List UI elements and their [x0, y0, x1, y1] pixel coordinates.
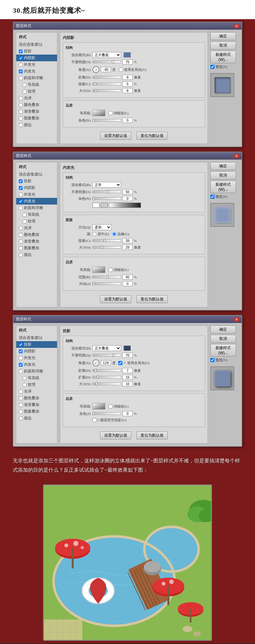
distance-input-3[interactable]	[122, 368, 133, 373]
color-swatch-white-2[interactable]	[92, 203, 99, 208]
style-item-gradientoverlay-2[interactable]: 渐变叠加	[16, 238, 57, 245]
style-item-dropshadow-3[interactable]: 投影	[16, 341, 57, 348]
angle-input-3[interactable]	[101, 360, 111, 365]
style-item-coloroverlay-1[interactable]: 颜色叠加	[16, 101, 57, 108]
style-item-contour-3[interactable]: 等高线	[16, 375, 57, 381]
distance-slider-3[interactable]	[92, 369, 121, 372]
style-item-texture-2[interactable]: 纹理	[16, 218, 57, 225]
style-item-outerglow-3[interactable]: 外发光	[16, 355, 57, 361]
size-slider-2[interactable]	[92, 246, 121, 249]
style-item-bevel-2[interactable]: 斜面和浮雕	[16, 205, 57, 211]
style-item-satin-2[interactable]: 光泽	[16, 225, 57, 231]
style-item-bevel-1[interactable]: 斜面和浮雕	[16, 75, 57, 81]
style-item-gradientoverlay-1[interactable]: 渐变叠加	[16, 108, 57, 115]
style-item-innershadow-3[interactable]: 内阴影	[16, 348, 57, 355]
method-select-2[interactable]: 柔和	[92, 224, 112, 230]
contour-preview-2[interactable]	[92, 266, 105, 273]
opacity-slider-3[interactable]	[92, 354, 121, 356]
opacity-input-2[interactable]	[122, 189, 133, 194]
new-style-btn-1[interactable]: 新建样式(W)...	[210, 51, 236, 63]
style-item-stroke-2[interactable]: 描边	[16, 251, 57, 258]
blend-color-box-1[interactable]	[124, 52, 131, 57]
new-style-btn-3[interactable]: 新建样式(W)...	[210, 344, 236, 356]
set-default-btn-2[interactable]: 设置为默认值	[100, 295, 131, 303]
noise-input-3[interactable]	[122, 411, 133, 416]
color-swatch-gray-2[interactable]	[101, 203, 108, 208]
set-default-btn-1[interactable]: 设置为默认值	[100, 132, 131, 140]
noise-input-1[interactable]	[122, 118, 133, 123]
close-icon[interactable]: ✕	[234, 24, 239, 28]
opacity-slider-1[interactable]	[92, 61, 121, 63]
style-item-default-3[interactable]: 混合选项:默认	[16, 334, 57, 341]
contour-preview-1[interactable]	[92, 110, 105, 116]
style-item-stroke-1[interactable]: 描边	[16, 122, 57, 128]
choke-input-2[interactable]	[122, 238, 133, 243]
style-item-patternoverlay-1[interactable]: 图案叠加	[16, 115, 57, 122]
choke-slider-2[interactable]	[92, 239, 121, 242]
style-item-patternoverlay-3[interactable]: 图案叠加	[16, 408, 57, 415]
style-item-patternoverlay-2[interactable]: 图案叠加	[16, 245, 57, 251]
style-item-dropshadow-1[interactable]: 投影	[16, 48, 57, 55]
angle-dial-3[interactable]: ↙	[92, 359, 99, 366]
style-item-innerglow-1[interactable]: 内发光	[16, 68, 57, 75]
angle-dial-1[interactable]: ↗	[92, 66, 99, 73]
style-item-gradientoverlay-3[interactable]: 渐变叠加	[16, 401, 57, 408]
style-item-texture-3[interactable]: 纹理	[16, 381, 57, 388]
set-default-btn-3[interactable]: 设置为默认值	[100, 431, 131, 439]
new-style-btn-2[interactable]: 新建样式(W)...	[210, 181, 236, 193]
blend-mode-select-1[interactable]: 正片叠底	[92, 52, 121, 58]
size-slider-1[interactable]	[92, 89, 121, 92]
distance-slider-1[interactable]	[92, 76, 121, 79]
opacity-input-1[interactable]	[122, 59, 133, 64]
cancel-btn-2[interactable]: 取消	[210, 171, 236, 179]
close-icon-2[interactable]: ✕	[234, 154, 239, 158]
size-input-1[interactable]	[122, 88, 133, 93]
spread-slider-3[interactable]	[92, 376, 121, 378]
style-item-innerglow-2[interactable]: 内发光	[16, 198, 57, 205]
opacity-slider-2[interactable]	[92, 191, 121, 193]
style-item-outerglow-2[interactable]: 外发光	[16, 191, 57, 198]
style-item-dropshadow-2[interactable]: 投影	[16, 178, 57, 184]
size-slider-3[interactable]	[92, 383, 121, 385]
reset-default-btn-3[interactable]: 复位为默认值	[136, 431, 168, 439]
style-item-satin-3[interactable]: 光泽	[16, 388, 57, 395]
reset-default-btn-1[interactable]: 复位为默认值	[136, 132, 168, 140]
blend-mode-select-2[interactable]: 正常	[92, 182, 121, 188]
distance-input-1[interactable]	[122, 75, 133, 80]
ok-btn-3[interactable]: 确定	[210, 326, 236, 333]
gradient-preview-2[interactable]	[109, 203, 141, 208]
jitter-slider-2[interactable]	[92, 282, 121, 285]
range-slider-2[interactable]	[92, 276, 121, 278]
style-item-default-2[interactable]: 混合选项:默认	[16, 171, 57, 178]
choke-input-1[interactable]	[122, 81, 133, 86]
ok-btn-2[interactable]: 确定	[210, 162, 236, 170]
noise-input-2[interactable]	[122, 196, 133, 201]
angle-input-1[interactable]	[101, 67, 111, 72]
style-item-innershadow-2[interactable]: 内阴影	[16, 184, 57, 191]
contour-preview-3[interactable]	[92, 403, 105, 409]
style-item-satin-1[interactable]: 光泽	[16, 95, 57, 101]
style-item-texture-1[interactable]: 纹理	[16, 88, 57, 95]
style-item-bevel-3[interactable]: 斜面和浮雕	[16, 368, 57, 375]
size-input-3[interactable]	[122, 381, 133, 386]
opacity-input-3[interactable]	[122, 353, 133, 358]
ok-btn-1[interactable]: 确定	[210, 32, 236, 40]
size-input-2[interactable]	[122, 245, 133, 250]
cancel-btn-1[interactable]: 取消	[210, 41, 236, 49]
style-item-innerglow-3[interactable]: 内发光	[16, 361, 57, 368]
noise-slider-3[interactable]	[92, 412, 121, 415]
noise-slider-1[interactable]	[92, 119, 121, 122]
noise-slider-2[interactable]	[92, 197, 121, 200]
style-item-coloroverlay-2[interactable]: 颜色叠加	[16, 231, 57, 238]
blend-mode-select-3[interactable]: 正片叠底	[92, 345, 121, 351]
blend-color-box-3[interactable]	[124, 346, 131, 351]
style-item-default-1[interactable]: 混合选项:默认	[16, 41, 57, 48]
style-item-stroke-3[interactable]: 描边	[16, 415, 57, 422]
style-item-contour-1[interactable]: 等高线	[16, 81, 57, 88]
reset-default-btn-2[interactable]: 复位为默认值	[136, 295, 168, 303]
style-item-coloroverlay-3[interactable]: 颜色叠加	[16, 395, 57, 401]
style-item-contour-2[interactable]: 等高线	[16, 211, 57, 218]
range-input-2[interactable]	[122, 274, 133, 280]
cancel-btn-3[interactable]: 取消	[210, 335, 236, 343]
jitter-input-2[interactable]	[122, 281, 133, 286]
